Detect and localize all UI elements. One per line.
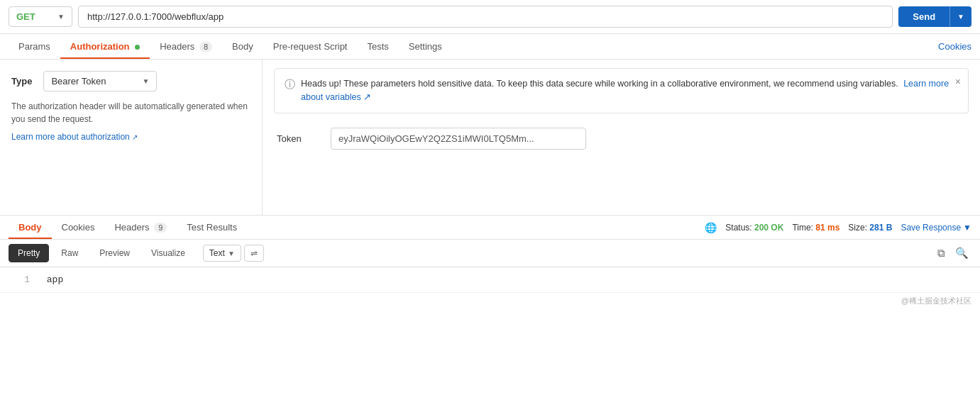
- wrap-button[interactable]: ⇌: [244, 245, 264, 262]
- learn-more-link[interactable]: Learn more about authorization: [11, 132, 138, 142]
- main-content: Type Bearer Token ▼ The authorization he…: [0, 60, 980, 216]
- tab-prerequest[interactable]: Pre-request Script: [263, 34, 358, 59]
- alert-icon: ⓘ: [285, 78, 295, 91]
- format-type-chevron-icon: ▼: [228, 250, 235, 257]
- format-type-label: Text: [209, 248, 225, 258]
- tab-params[interactable]: Params: [9, 34, 60, 59]
- method-label: GET: [16, 11, 35, 22]
- search-button[interactable]: 🔍: [952, 245, 971, 261]
- raw-button[interactable]: Raw: [52, 244, 87, 262]
- method-chevron-icon: ▼: [57, 13, 65, 21]
- time-label: Time: 81 ms: [792, 223, 839, 233]
- tab-settings[interactable]: Settings: [399, 34, 452, 59]
- auth-right-panel: ⓘ Heads up! These parameters hold sensit…: [263, 60, 980, 215]
- cookies-link[interactable]: Cookies: [938, 34, 971, 59]
- bearer-token-label: Bearer Token: [51, 76, 106, 87]
- token-label: Token: [277, 133, 319, 144]
- status-value: 200 OK: [754, 223, 783, 233]
- bearer-chevron-icon: ▼: [142, 77, 149, 85]
- code-line-1: 1 app: [9, 274, 971, 285]
- time-value: 81 ms: [815, 223, 839, 233]
- send-button[interactable]: Send: [898, 6, 949, 27]
- tab-authorization[interactable]: Authorization: [60, 34, 150, 59]
- authorization-active-dot: [135, 45, 140, 50]
- wrap-icon: ⇌: [250, 248, 258, 258]
- save-response-chevron-icon: ▼: [963, 223, 971, 233]
- method-selector[interactable]: GET ▼: [9, 6, 72, 27]
- token-row: Token: [274, 128, 969, 150]
- visualize-button[interactable]: Visualize: [142, 244, 194, 262]
- response-headers-badge: 9: [154, 223, 167, 233]
- response-tab-test-results[interactable]: Test Results: [177, 216, 247, 239]
- token-input[interactable]: [331, 128, 586, 150]
- alert-message: Heads up! These parameters hold sensitiv…: [301, 77, 958, 104]
- response-tab-body[interactable]: Body: [9, 216, 52, 239]
- code-value-1: app: [47, 274, 63, 285]
- url-input[interactable]: [78, 6, 893, 28]
- response-tab-headers[interactable]: Headers 9: [104, 216, 177, 239]
- send-dropdown-button[interactable]: ▼: [949, 6, 971, 27]
- globe-icon: 🌐: [705, 222, 717, 233]
- request-tab-bar: Params Authorization Headers 8 Body Pre-…: [0, 34, 980, 60]
- response-body-code: 1 app: [0, 267, 980, 292]
- bearer-token-selector[interactable]: Bearer Token ▼: [43, 71, 157, 91]
- response-tab-bar: Body Cookies Headers 9 Test Results 🌐 St…: [0, 216, 980, 240]
- response-status-info: 🌐 Status: 200 OK Time: 81 ms Size: 281 B…: [705, 222, 971, 233]
- tab-body[interactable]: Body: [222, 34, 263, 59]
- alert-text-content: Heads up! These parameters hold sensitiv…: [301, 79, 898, 89]
- size-label: Size: 281 B: [848, 223, 892, 233]
- search-icon: 🔍: [955, 247, 969, 259]
- auth-description: The authorization header will be automat…: [11, 100, 250, 126]
- tab-headers[interactable]: Headers 8: [150, 34, 222, 59]
- auth-left-panel: Type Bearer Token ▼ The authorization he…: [0, 60, 263, 215]
- size-value: 281 B: [869, 223, 892, 233]
- top-bar: GET ▼ Send ▼: [0, 0, 980, 34]
- save-response-button[interactable]: Save Response ▼: [901, 223, 971, 233]
- headers-badge: 8: [199, 42, 212, 52]
- sensitive-data-alert: ⓘ Heads up! These parameters hold sensit…: [274, 68, 969, 113]
- pretty-button[interactable]: Pretty: [9, 244, 49, 262]
- line-number-1: 1: [9, 274, 30, 285]
- preview-button[interactable]: Preview: [90, 244, 139, 262]
- type-label: Type: [11, 76, 32, 87]
- copy-button[interactable]: ⧉: [935, 245, 948, 261]
- send-button-group: Send ▼: [898, 6, 971, 27]
- type-row: Type Bearer Token ▼: [11, 71, 250, 91]
- format-toolbar: Pretty Raw Preview Visualize Text ▼ ⇌ ⧉ …: [0, 240, 980, 267]
- copy-icon: ⧉: [937, 247, 945, 259]
- format-type-selector[interactable]: Text ▼: [203, 245, 241, 262]
- status-label: Status: 200 OK: [725, 223, 783, 233]
- alert-close-button[interactable]: ×: [955, 76, 961, 87]
- toolbar-right-icons: ⧉ 🔍: [935, 245, 971, 261]
- response-tab-cookies[interactable]: Cookies: [52, 216, 105, 239]
- watermark: @稀土掘金技术社区: [0, 292, 980, 309]
- tab-tests[interactable]: Tests: [357, 34, 398, 59]
